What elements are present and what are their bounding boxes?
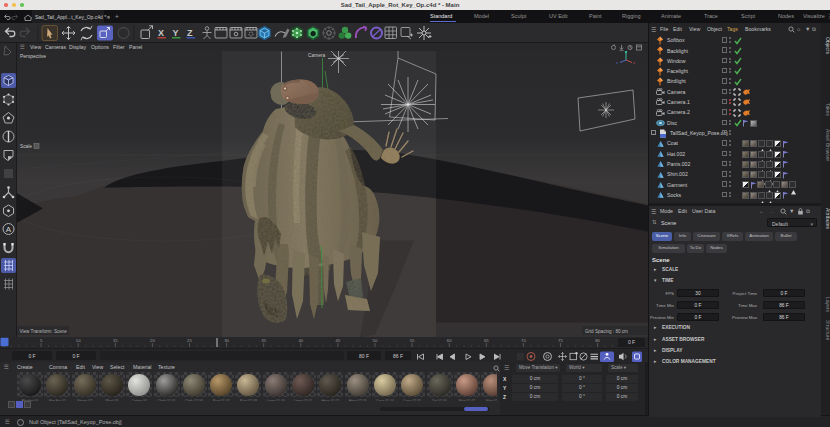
svg-text:10: 10 <box>76 338 81 343</box>
svg-text:55: 55 <box>410 338 415 343</box>
svg-text:z: z <box>616 60 618 65</box>
svg-text:50: 50 <box>373 338 378 343</box>
svg-text:Perspective: Perspective <box>20 52 46 58</box>
svg-text:X: X <box>158 27 164 37</box>
svg-text:5: 5 <box>40 338 43 343</box>
svg-text:30: 30 <box>224 338 229 343</box>
svg-text:75: 75 <box>558 338 563 343</box>
svg-text:80: 80 <box>595 338 600 343</box>
svg-text:View Transform: Scene: View Transform: Scene <box>20 328 68 333</box>
svg-text:Camera: Camera <box>308 52 325 57</box>
svg-text:70: 70 <box>521 338 526 343</box>
svg-text:Scale: Scale <box>20 144 32 149</box>
svg-text:25: 25 <box>187 338 192 343</box>
svg-text:20: 20 <box>150 338 155 343</box>
svg-text:Grid Spacing : 80 cm: Grid Spacing : 80 cm <box>585 328 628 333</box>
svg-text:40: 40 <box>298 338 303 343</box>
svg-text:x: x <box>633 60 635 65</box>
svg-text:15: 15 <box>113 338 118 343</box>
svg-text:60: 60 <box>447 338 452 343</box>
svg-text:65: 65 <box>484 338 489 343</box>
svg-text:35: 35 <box>261 338 266 343</box>
svg-text:Y: Y <box>173 27 179 37</box>
svg-text:45: 45 <box>336 338 341 343</box>
svg-text:A: A <box>6 225 12 234</box>
svg-text:Z: Z <box>187 27 193 37</box>
